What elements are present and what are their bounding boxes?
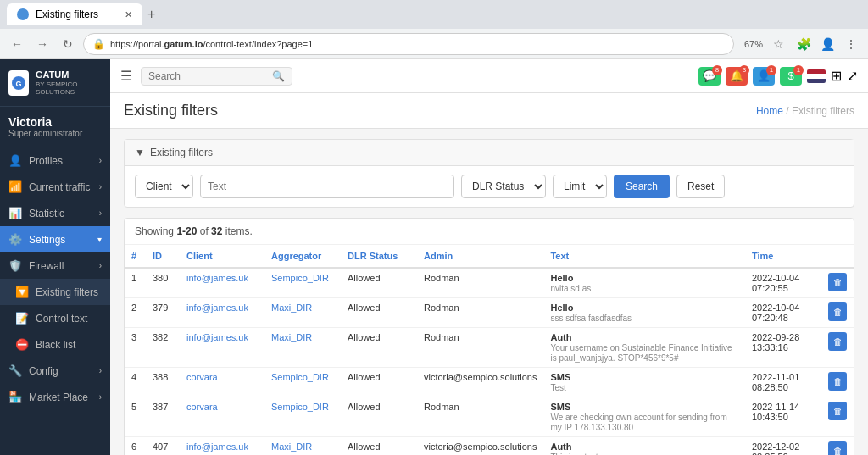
aggregator-link[interactable]: Sempico_DIR <box>271 402 329 412</box>
cell-num: 3 <box>125 328 146 368</box>
cell-time: 2022-10-0407:20:48 <box>745 298 821 328</box>
client-link[interactable]: info@james.uk <box>186 273 248 283</box>
table-row: 5 387 corvara Sempico_DIR Allowed Rodman… <box>125 397 854 437</box>
menu-icon[interactable]: ⋮ <box>841 34 861 54</box>
reset-button[interactable]: Reset <box>676 175 725 198</box>
dlr-status-text: Allowed <box>348 302 381 313</box>
logo-sub: BY SEMPICO SOLUTIONS <box>36 80 102 96</box>
user-button[interactable]: 👤1 <box>753 67 775 86</box>
table-header-row: # ID Client Aggregator DLR Status Admin … <box>125 245 854 268</box>
cell-aggregator: Sempico_DIR <box>264 368 341 397</box>
client-link[interactable]: corvara <box>186 402 218 412</box>
client-link[interactable]: info@james.uk <box>186 332 248 342</box>
action-button[interactable]: 🗑 <box>828 402 847 420</box>
cell-text: Hellosss sdfsa fasdfasdfas <box>543 298 745 328</box>
limit-select[interactable]: Limit <box>553 175 607 198</box>
action-button[interactable]: 🗑 <box>828 441 847 455</box>
expand-icon[interactable]: ⤢ <box>847 68 858 84</box>
cell-dlr: Allowed <box>341 268 417 298</box>
cell-admin: victoria@sempico.solutions <box>417 437 543 456</box>
text-sub: nvita sd as <box>550 284 591 293</box>
cell-id: 387 <box>146 397 180 437</box>
refresh-button[interactable]: ↻ <box>58 34 78 54</box>
text-sub: sss sdfsa fasdfasdfas <box>550 314 632 323</box>
hamburger-button[interactable]: ☰ <box>120 68 132 84</box>
cell-action: 🗑 <box>821 437 854 456</box>
col-header-aggregator: Aggregator <box>264 245 341 268</box>
bookmark-icon[interactable]: ☆ <box>768 34 788 54</box>
dlr-status-text: Allowed <box>348 402 381 412</box>
sidebar-item-statistic[interactable]: 📊 Statistic › <box>0 200 110 226</box>
aggregator-link[interactable]: Maxi_DIR <box>271 302 312 313</box>
tab-title: Existing filters <box>36 8 98 20</box>
sidebar-item-current-traffic[interactable]: 📶 Current traffic › <box>0 174 110 200</box>
chat-button[interactable]: 💬8 <box>698 67 721 86</box>
sidebar-item-black-list[interactable]: ⛔ Black list <box>0 331 110 358</box>
new-tab-button[interactable]: + <box>147 7 155 22</box>
dlr-status-text: Allowed <box>348 372 381 382</box>
action-button[interactable]: 🗑 <box>828 302 847 321</box>
dlr-status-text: Allowed <box>348 332 381 342</box>
cell-admin: Rodman <box>417 328 543 368</box>
aggregator-link[interactable]: Maxi_DIR <box>271 441 312 452</box>
search-icon[interactable]: 🔍 <box>272 70 285 82</box>
client-link[interactable]: info@james.uk <box>186 441 248 452</box>
browser-tab[interactable]: Existing filters ✕ <box>7 3 142 25</box>
notification-button[interactable]: 🔔3 <box>726 67 748 86</box>
address-bar[interactable]: 🔒 https://portal.gatum.io/control-text/i… <box>83 33 734 55</box>
col-header-text: Text <box>543 245 745 268</box>
aggregator-link[interactable]: Sempico_DIR <box>271 273 329 283</box>
client-select[interactable]: Client <box>135 175 193 198</box>
client-link[interactable]: info@james.uk <box>186 302 248 313</box>
cell-num: 5 <box>125 397 146 437</box>
browser-titlebar: Existing filters ✕ + <box>0 0 868 29</box>
extensions-icon[interactable]: 🧩 <box>793 34 814 54</box>
sidebar-item-marketplace[interactable]: 🏪 Market Place › <box>0 384 110 410</box>
profile-icon[interactable]: 👤 <box>817 34 837 54</box>
cell-num: 2 <box>125 298 146 328</box>
sidebar-item-control-text[interactable]: 📝 Control text <box>0 305 110 331</box>
search-button[interactable]: Search <box>614 175 670 198</box>
cell-text: AuthThis is a test message <box>543 437 745 456</box>
config-icon: 🔧 <box>8 364 22 377</box>
text-filter-input[interactable] <box>200 175 454 198</box>
tab-close-button[interactable]: ✕ <box>125 9 132 20</box>
sidebar-item-profiles[interactable]: 👤 Profiles › <box>0 147 110 174</box>
col-header-client: Client <box>180 245 264 268</box>
aggregator-link[interactable]: Sempico_DIR <box>271 372 329 382</box>
col-header-time: Time <box>745 245 821 268</box>
breadcrumb-home[interactable]: Home <box>756 105 783 117</box>
back-button[interactable]: ← <box>7 34 27 54</box>
main-content: Existing filters Home / Existing filters… <box>110 93 868 455</box>
grid-icon[interactable]: ⊞ <box>831 68 842 84</box>
aggregator-link[interactable]: Maxi_DIR <box>271 332 312 342</box>
black-list-label: Black list <box>36 339 75 351</box>
filter-section: ▼ Existing filters Client DLR Status Lim… <box>124 139 854 208</box>
search-input[interactable] <box>148 70 267 82</box>
client-link[interactable]: corvara <box>186 372 218 382</box>
action-button[interactable]: 🗑 <box>828 332 847 351</box>
marketplace-icon: 🏪 <box>8 391 22 403</box>
forward-button[interactable]: → <box>32 34 53 54</box>
language-flag[interactable] <box>807 69 826 83</box>
text-main: Auth <box>550 441 571 452</box>
url-domain: gatum.io <box>164 39 203 49</box>
action-button[interactable]: 🗑 <box>828 273 847 291</box>
cell-id: 380 <box>146 268 180 298</box>
dlr-status-select[interactable]: DLR Status <box>461 175 546 198</box>
table-total: 32 <box>211 225 222 237</box>
top-icons: 💬8 🔔3 👤1 $1 ⊞ ⤢ <box>698 67 858 86</box>
marketplace-label: Market Place <box>29 391 88 403</box>
dollar-button[interactable]: $1 <box>780 67 802 86</box>
dlr-status-text: Allowed <box>348 441 381 452</box>
firewall-label: Firewall <box>29 260 64 272</box>
zoom-level: 67% <box>744 39 763 49</box>
text-sub: Test <box>550 383 565 392</box>
sidebar-item-config[interactable]: 🔧 Config › <box>0 358 110 384</box>
app-wrap: G GATUM BY SEMPICO SOLUTIONS Victoria Su… <box>0 59 868 455</box>
sidebar-item-firewall[interactable]: 🛡️ Firewall › <box>0 252 110 279</box>
sidebar-item-existing-filters[interactable]: 🔽 Existing filters <box>0 279 110 305</box>
action-button[interactable]: 🗑 <box>828 372 847 391</box>
sidebar-item-settings[interactable]: ⚙️ Settings ▾ <box>0 226 110 252</box>
cell-admin: Rodman <box>417 298 543 328</box>
